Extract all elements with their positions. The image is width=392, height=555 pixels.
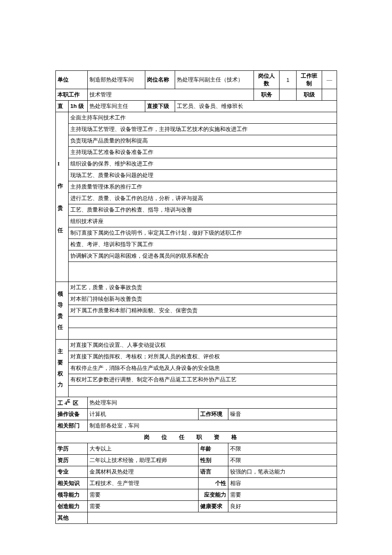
health-label: 健康要求 — [199, 501, 228, 512]
position-name-value: 热处理车间副主任（技术） — [175, 71, 254, 89]
authority-item: 对直接下属的指挥权、考核权；对所属人员的检查权、评价权 — [69, 351, 337, 363]
other-value — [88, 512, 337, 524]
leadership-item-empty — [69, 328, 337, 340]
subordinate-label: 直接下级 — [145, 101, 175, 112]
knowledge-value: 工程技术、生产管理 — [88, 478, 199, 489]
authority-item: 有权停止生产，消除不合格品生产或危及人身设备的安全隐患 — [69, 363, 337, 374]
related-dept-row: 相关部门 制造部各处室，车间 — [56, 420, 337, 432]
hierarchy-row: 直 1h 级 热处理车间主任 直接下级 工艺员、设备员、维修班长 — [56, 101, 337, 112]
qual-header: 岗位任职资格 — [56, 432, 337, 443]
equipment-row: 操作设备 计算机 工作环境 噪音 — [56, 409, 337, 420]
duty-item: 主持现场工艺管理、设备管理工作，主持现场工艺技术的实施和改进工作 — [69, 124, 337, 135]
level-label: 1h 级 — [69, 101, 88, 112]
main-job-row: 本职工作 技术管理 职务 职级 — [56, 89, 337, 101]
lang-value: 较强的口，笔表达能力 — [228, 466, 337, 478]
adapt-label: 应变能力 — [199, 489, 228, 501]
leadership-item: 对工艺，质量，设备事故负责 — [69, 282, 337, 293]
job-description-table: 单位 制造部热处理车间 岗位名称 热处理车间副主任（技术） 岗位人数 1 工作班… — [55, 70, 337, 524]
rank-value — [322, 89, 337, 101]
leadership-value: 需要 — [88, 489, 199, 501]
headcount-value: 1 — [280, 71, 297, 89]
duty-item: 制订直接下属岗位工作说明书，审定其工作计划，做好下级的述职工作 — [69, 227, 337, 239]
qual-header-row: 岗位任职资格 — [56, 432, 337, 443]
gender-label: 性别 — [199, 455, 228, 466]
exp-value: 二年以上技术经验，助理工程师 — [88, 455, 199, 466]
authority-section-label: 主要权力 — [56, 340, 69, 397]
knowledge-label: 相关知识 — [56, 478, 88, 489]
duty-item: 组织技术讲座 — [69, 216, 337, 227]
shift-label: 工作班制 — [297, 71, 322, 89]
unit-label: 单位 — [56, 71, 88, 89]
duty-item: 负责现场产品质量的控制和提高 — [69, 135, 337, 147]
duty-value — [280, 89, 297, 101]
leadership-section-label: 领导贵任 — [56, 282, 69, 340]
duty-item: 进行工艺、质量、设备工作的总结，分析，讲评与提高 — [69, 193, 337, 204]
duty-item: 主持质量管理体系的推行工作 — [69, 181, 337, 193]
duty-label: 职务 — [254, 89, 280, 101]
leadership-label: 领导能力 — [56, 489, 88, 501]
edu-label: 学历 — [56, 443, 88, 455]
duty-item-empty — [69, 262, 337, 282]
duty-item: 工艺、质量和设备工作的检查、指导，培训与改善 — [69, 204, 337, 216]
leadership-item: 对下属工作质量和本部门精神面貌、安全、保密负责 — [69, 305, 337, 317]
direct-label: 直 — [56, 101, 69, 112]
equipment-value: 计算机 — [88, 409, 199, 420]
creative-label: 创造能力 — [56, 501, 88, 512]
env-value: 噪音 — [228, 409, 337, 420]
subordinate-value: 工艺员、设备员、维修班长 — [175, 101, 337, 112]
creative-value: 需要 — [88, 501, 199, 512]
superior-value: 热处理车间主任 — [88, 101, 145, 112]
authority-item: 有权对工艺参数进行调整、制定不合格产品返工工艺和外协产品工艺 — [69, 374, 337, 386]
header-row: 单位 制造部热处理车间 岗位名称 热处理车间副主任（技术） 岗位人数 1 工作班… — [56, 71, 337, 89]
personality-label: 个性 — [199, 478, 228, 489]
duty-item: 全面主持车间技术工作 — [69, 112, 337, 124]
unit-value: 制造部热处理车间 — [88, 71, 145, 89]
workarea-label: 工 4E 区 — [56, 397, 88, 409]
adapt-value: 需要 — [228, 489, 337, 501]
position-name-label: 岗位名称 — [145, 71, 175, 89]
duty-item: 组织设备的保养、维护和改进工作 — [69, 158, 337, 170]
workarea-row: 工 4E 区 热处理车间 — [56, 397, 337, 409]
leadership-item-empty — [69, 317, 337, 328]
duty-item: 协调解决下属的问题和困难，促进各属员间的联系和配合 — [69, 250, 337, 262]
major-label: 专业 — [56, 466, 88, 478]
other-label: 其他 — [56, 512, 88, 524]
exp-label: 资历 — [56, 455, 88, 466]
gender-value: 不限 — [228, 455, 337, 466]
authority-item: 对直接下属岗位设置.、人事变动提议权 — [69, 340, 337, 351]
duty-item: 现场工艺、质量和设备问题的处理 — [69, 170, 337, 181]
leadership-item: 对本部门持续创新与改善负责 — [69, 293, 337, 305]
duties-section-label: I 作 贵 任 — [56, 112, 69, 282]
related-dept-label: 相关部门 — [56, 420, 88, 432]
lang-label: 语言 — [199, 466, 228, 478]
duty-item: 检查、考评、培训和指导下属工作 — [69, 239, 337, 250]
rank-label: 职级 — [297, 89, 322, 101]
authority-item-empty — [69, 386, 337, 397]
related-dept-value: 制造部各处室，车间 — [88, 420, 337, 432]
age-value: 不限 — [228, 443, 337, 455]
headcount-label: 岗位人数 — [254, 71, 280, 89]
env-label: 工作环境 — [199, 409, 228, 420]
edu-value: 大专以上 — [88, 443, 199, 455]
shift-value: — — [322, 71, 337, 89]
main-job-label: 本职工作 — [56, 89, 88, 101]
health-value: 良好 — [228, 501, 337, 512]
equipment-label: 操作设备 — [56, 409, 88, 420]
age-label: 年龄 — [199, 443, 228, 455]
personality-value: 相容 — [228, 478, 337, 489]
main-job-value: 技术管理 — [88, 89, 254, 101]
workarea-value: 热处理车间 — [88, 397, 337, 409]
major-value: 金属材料及热处理 — [88, 466, 199, 478]
duty-item: 主持现场工艺准备和设备准备工作 — [69, 147, 337, 158]
